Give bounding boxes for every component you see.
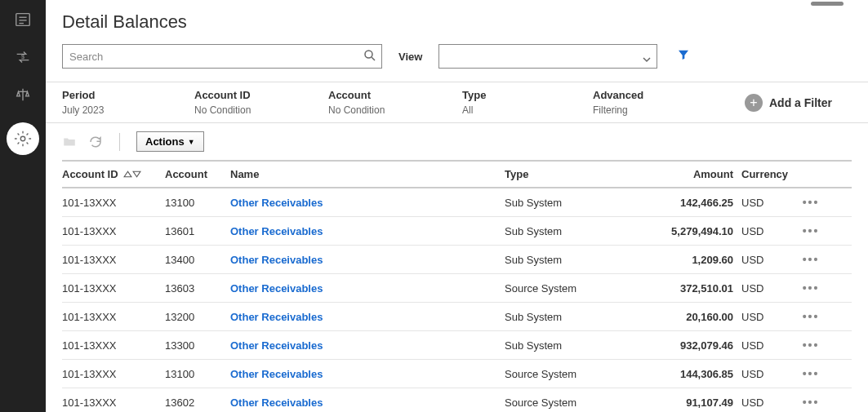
sidebar-transactions-icon[interactable]: $ — [13, 47, 33, 67]
refresh-icon[interactable] — [88, 135, 103, 149]
actions-button-label: Actions — [145, 135, 185, 148]
view-label: View — [398, 51, 422, 63]
td-name-link[interactable]: Other Receivables — [230, 339, 323, 352]
add-filter-button[interactable]: + Add a Filter — [745, 94, 832, 112]
search-input[interactable] — [62, 44, 382, 69]
td-type: Sub System — [505, 311, 652, 323]
add-filter-label: Add a Filter — [769, 96, 832, 109]
td-name-link[interactable]: Other Receivables — [230, 396, 323, 409]
td-currency: USD — [733, 368, 790, 380]
td-account-id: 101-13XXX — [62, 225, 165, 237]
sidebar-detail-balances-icon[interactable] — [7, 122, 39, 155]
left-sidebar: $ — [0, 0, 46, 412]
filter-account-id[interactable]: Account ID No Condition — [194, 89, 328, 116]
td-amount: 372,510.01 — [652, 282, 733, 295]
td-account: 13200 — [165, 311, 230, 323]
filter-type-value: All — [462, 104, 593, 116]
table-row: 101-13XXX13603Other ReceivablesSource Sy… — [62, 274, 852, 303]
td-amount: 1,209.60 — [652, 254, 733, 266]
row-more-icon[interactable]: ••• — [803, 310, 820, 323]
td-amount: 142,466.25 — [652, 197, 733, 209]
sort-icons — [123, 170, 141, 179]
table-body: 101-13XXX13100Other ReceivablesSub Syste… — [62, 188, 852, 412]
td-account-id: 101-13XXX — [62, 396, 165, 409]
filter-icon[interactable] — [677, 48, 690, 64]
filter-account-value: No Condition — [328, 104, 462, 116]
sidebar-worklist-icon[interactable] — [13, 10, 33, 29]
filter-bar: Period July 2023 Account ID No Condition… — [46, 82, 868, 123]
row-more-icon[interactable]: ••• — [803, 281, 820, 295]
td-currency: USD — [733, 282, 790, 295]
td-account: 13601 — [165, 225, 230, 237]
filter-advanced-value: Filtering — [593, 104, 745, 116]
view-select-wrap — [438, 44, 657, 69]
caret-down-icon: ▼ — [188, 138, 195, 146]
td-name-link[interactable]: Other Receivables — [230, 368, 323, 380]
td-account: 13602 — [165, 396, 230, 409]
td-name-link[interactable]: Other Receivables — [230, 311, 323, 323]
td-account-id: 101-13XXX — [62, 339, 165, 352]
td-type: Sub System — [505, 197, 652, 209]
table-row: 101-13XXX13100Other ReceivablesSource Sy… — [62, 360, 852, 388]
sidebar-balance-icon[interactable] — [13, 85, 33, 104]
td-type: Sub System — [505, 254, 652, 266]
filter-period-label: Period — [62, 89, 194, 101]
svg-point-7 — [20, 136, 25, 141]
th-name[interactable]: Name — [230, 168, 505, 180]
td-account: 13400 — [165, 254, 230, 266]
balances-table: Account ID Account Name Type Amount Curr… — [62, 160, 852, 412]
td-currency: USD — [733, 225, 790, 237]
td-type: Source System — [505, 282, 652, 295]
th-account-id[interactable]: Account ID — [62, 168, 165, 180]
td-type: Source System — [505, 396, 652, 409]
row-more-icon[interactable]: ••• — [803, 253, 820, 266]
td-account: 13603 — [165, 282, 230, 295]
td-name-link[interactable]: Other Receivables — [230, 254, 323, 266]
td-name-link[interactable]: Other Receivables — [230, 197, 323, 209]
filter-account[interactable]: Account No Condition — [328, 89, 462, 116]
td-currency: USD — [733, 311, 790, 323]
row-more-icon[interactable]: ••• — [803, 339, 820, 352]
td-type: Source System — [505, 368, 652, 380]
sort-desc-icon[interactable] — [132, 170, 141, 179]
th-amount[interactable]: Amount — [652, 168, 733, 180]
td-account-id: 101-13XXX — [62, 368, 165, 380]
drawer-handle[interactable] — [811, 2, 844, 6]
row-more-icon[interactable]: ••• — [803, 367, 820, 380]
plus-icon: + — [745, 94, 763, 112]
td-account-id: 101-13XXX — [62, 197, 165, 209]
table-row: 101-13XXX13400Other ReceivablesSub Syste… — [62, 246, 852, 274]
divider — [119, 133, 120, 151]
table-row: 101-13XXX13300Other ReceivablesSub Syste… — [62, 331, 852, 360]
td-amount: 932,079.46 — [652, 339, 733, 352]
view-select[interactable] — [438, 44, 657, 69]
folder-icon[interactable] — [62, 135, 77, 149]
row-more-icon[interactable]: ••• — [803, 196, 820, 209]
td-currency: USD — [733, 197, 790, 209]
filter-type[interactable]: Type All — [462, 89, 593, 116]
row-more-icon[interactable]: ••• — [803, 396, 820, 409]
th-type[interactable]: Type — [505, 168, 652, 180]
td-type: Sub System — [505, 339, 652, 352]
filter-period[interactable]: Period July 2023 — [62, 89, 194, 116]
filter-advanced[interactable]: Advanced Filtering — [593, 89, 745, 116]
filter-account-id-label: Account ID — [194, 89, 328, 101]
actions-button[interactable]: Actions ▼ — [136, 131, 204, 152]
page-title: Detail Balances — [62, 11, 852, 33]
td-name-link[interactable]: Other Receivables — [230, 225, 323, 237]
td-account: 13100 — [165, 368, 230, 380]
td-amount: 5,279,494.10 — [652, 225, 733, 237]
td-currency: USD — [733, 339, 790, 352]
svg-point-8 — [365, 51, 372, 58]
search-icon[interactable] — [363, 48, 377, 66]
row-more-icon[interactable]: ••• — [803, 224, 820, 237]
th-currency[interactable]: Currency — [733, 168, 790, 180]
filter-type-label: Type — [462, 89, 593, 101]
sort-asc-icon[interactable] — [123, 170, 132, 179]
table-row: 101-13XXX13601Other ReceivablesSub Syste… — [62, 217, 852, 246]
filter-account-label: Account — [328, 89, 462, 101]
svg-line-9 — [372, 57, 375, 60]
td-name-link[interactable]: Other Receivables — [230, 282, 323, 295]
th-account[interactable]: Account — [165, 168, 230, 180]
main-area: Detail Balances View Period — [46, 0, 868, 412]
